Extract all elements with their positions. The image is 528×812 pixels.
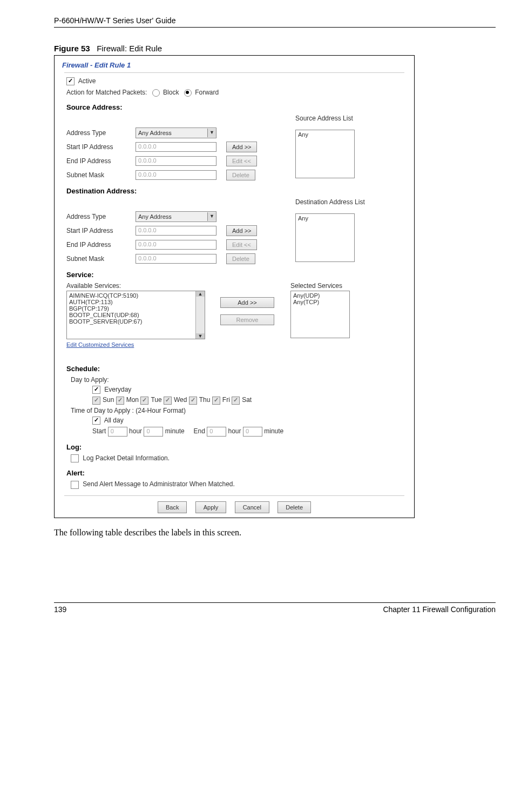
day-wed: Wed xyxy=(174,396,187,404)
body-text: The following table describes the labels… xyxy=(54,528,496,538)
day-mon: Mon xyxy=(126,396,139,404)
selected-service-item[interactable]: Any(UDP) xyxy=(293,292,347,299)
dst-delete-button[interactable]: Delete xyxy=(226,253,255,264)
radio-forward-label: Forward xyxy=(195,89,219,96)
everyday-label: Everyday xyxy=(104,386,131,393)
radio-forward[interactable] xyxy=(184,89,192,97)
source-list-header: Source Address List xyxy=(295,115,353,122)
edit-custom-services-link[interactable]: Edit Customized Services xyxy=(66,341,134,348)
source-list-item[interactable]: Any xyxy=(298,131,352,138)
alert-heading: Alert: xyxy=(66,469,409,477)
src-start-ip-input[interactable]: 0.0.0.0 xyxy=(136,142,216,152)
day-tue: Tue xyxy=(151,396,161,404)
header-rule xyxy=(54,27,496,28)
start-minute-input[interactable]: 0 xyxy=(144,427,163,437)
active-checkbox[interactable] xyxy=(66,77,75,85)
everyday-checkbox[interactable] xyxy=(92,386,100,394)
radio-block-label: Block xyxy=(163,89,179,96)
allday-checkbox[interactable] xyxy=(92,417,100,425)
dst-addr-type-value: Any Address xyxy=(138,213,172,220)
selected-service-item[interactable]: Any(TCP) xyxy=(293,299,347,305)
selected-services-listbox[interactable]: Any(UDP) Any(TCP) xyxy=(290,291,350,338)
apply-button[interactable]: Apply xyxy=(195,501,227,513)
alert-checkbox[interactable] xyxy=(71,481,79,489)
panel-divider xyxy=(64,72,404,73)
log-checkbox[interactable] xyxy=(71,454,79,462)
log-label: Log Packet Detail Information. xyxy=(83,454,170,462)
time-apply-label: Time of Day to Apply : (24-Hour Format) xyxy=(71,407,409,414)
service-item[interactable]: AUTH(TCP:113) xyxy=(69,299,202,305)
schedule-heading: Schedule: xyxy=(66,365,409,373)
day-thu: Thu xyxy=(199,396,211,404)
src-end-ip-input[interactable]: 0.0.0.0 xyxy=(136,156,216,166)
dest-heading: Destination Address: xyxy=(66,187,409,195)
chevron-down-icon: ▼ xyxy=(207,129,216,137)
dst-addr-type-dropdown[interactable]: Any Address ▼ xyxy=(136,211,216,222)
src-edit-button[interactable]: Edit << xyxy=(226,156,257,166)
service-item[interactable]: BOOTP_SERVER(UDP:67) xyxy=(69,318,202,325)
scrollbar[interactable]: ▲ ▼ xyxy=(195,291,205,339)
minute-label-1: minute xyxy=(165,427,185,435)
available-services-label: Available Services: xyxy=(66,282,204,290)
hour-label-1: hour xyxy=(129,427,142,435)
day-fri-checkbox[interactable] xyxy=(212,397,220,405)
figure-number: Figure 53 xyxy=(54,44,90,53)
selected-services-label: Selected Services xyxy=(290,282,402,290)
bottom-divider xyxy=(64,495,404,496)
src-delete-button[interactable]: Delete xyxy=(226,170,255,180)
src-addr-type-value: Any Address xyxy=(138,130,172,136)
service-item[interactable]: BGP(TCP:179) xyxy=(69,305,202,312)
delete-button[interactable]: Delete xyxy=(277,501,311,513)
dst-edit-button[interactable]: Edit << xyxy=(226,239,257,250)
alert-label: Send Alert Message to Administrator When… xyxy=(83,480,234,488)
figure-caption: Figure 53 Firewall: Edit Rule xyxy=(54,44,496,53)
back-button[interactable]: Back xyxy=(158,501,187,513)
service-item[interactable]: BOOTP_CLIENT(UDP:68) xyxy=(69,312,202,318)
service-heading: Service: xyxy=(66,271,409,279)
cancel-button[interactable]: Cancel xyxy=(235,501,269,513)
available-services-listbox[interactable]: AIM/NEW-ICQ(TCP:5190) AUTH(TCP:113) BGP(… xyxy=(66,291,205,339)
start-hour-input[interactable]: 0 xyxy=(108,427,127,437)
end-minute-input[interactable]: 0 xyxy=(243,427,262,437)
day-sat-checkbox[interactable] xyxy=(232,397,240,405)
screenshot-panel: Firewall - Edit Rule 1 Active Action for… xyxy=(54,55,415,518)
scroll-up-icon[interactable]: ▲ xyxy=(196,291,205,297)
day-wed-checkbox[interactable] xyxy=(164,397,172,405)
page-number: 139 xyxy=(54,605,66,614)
day-thu-checkbox[interactable] xyxy=(189,397,197,405)
source-listbox[interactable]: Any xyxy=(295,130,355,178)
doc-header: P-660H/HW/W-T Series User' Guide xyxy=(54,16,496,25)
dst-start-ip-input[interactable]: 0.0.0.0 xyxy=(136,226,216,236)
dst-add-button[interactable]: Add >> xyxy=(226,225,257,236)
dst-subnet-input[interactable]: 0.0.0.0 xyxy=(136,254,216,264)
service-remove-button[interactable]: Remove xyxy=(220,314,274,325)
day-sun-checkbox[interactable] xyxy=(92,397,100,405)
service-item[interactable]: AIM/NEW-ICQ(TCP:5190) xyxy=(69,292,202,299)
day-apply-label: Day to Apply: xyxy=(71,376,409,384)
radio-block[interactable] xyxy=(152,89,160,97)
end-label: End xyxy=(193,427,205,435)
dest-listbox[interactable]: Any xyxy=(295,213,355,262)
dst-end-ip-input[interactable]: 0.0.0.0 xyxy=(136,240,216,250)
scroll-down-icon[interactable]: ▼ xyxy=(196,333,205,339)
src-addr-type-dropdown[interactable]: Any Address ▼ xyxy=(136,127,216,138)
day-mon-checkbox[interactable] xyxy=(116,397,124,405)
src-add-button[interactable]: Add >> xyxy=(226,142,257,152)
dst-addr-type-label: Address Type xyxy=(66,213,126,220)
action-label: Action for Matched Packets: xyxy=(66,89,147,96)
src-subnet-label: Subnet Mask xyxy=(66,171,126,179)
source-heading: Source Address: xyxy=(66,103,409,111)
src-start-ip-label: Start IP Address xyxy=(66,143,126,151)
service-add-button[interactable]: Add >> xyxy=(220,297,274,308)
end-hour-input[interactable]: 0 xyxy=(207,427,226,437)
src-end-ip-label: End IP Address xyxy=(66,157,126,165)
day-tue-checkbox[interactable] xyxy=(140,397,148,405)
src-subnet-input[interactable]: 0.0.0.0 xyxy=(136,170,216,180)
chapter-label: Chapter 11 Firewall Configuration xyxy=(383,605,496,614)
active-label: Active xyxy=(78,77,96,85)
dest-list-item[interactable]: Any xyxy=(298,215,352,222)
panel-title: Firewall - Edit Rule 1 xyxy=(60,60,409,72)
day-sun: Sun xyxy=(103,396,114,404)
chevron-down-icon: ▼ xyxy=(207,212,216,221)
day-fri: Fri xyxy=(222,396,230,404)
